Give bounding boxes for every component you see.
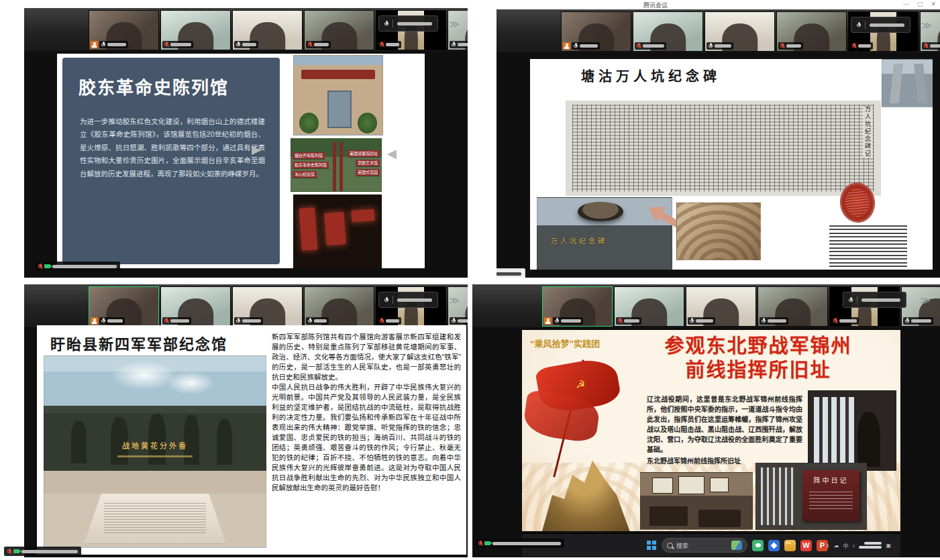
tray-cloud-icon[interactable]: ☁ — [833, 543, 839, 549]
shared-slide-tanggu: 塘沽万人坑纪念碑 万人坑纪念碑记 万人坑纪念碑 — [530, 59, 933, 270]
screen-share-status — [35, 262, 120, 271]
mic-muted-icon — [380, 42, 384, 48]
participant-label — [91, 317, 125, 325]
participant-name-blur — [107, 319, 123, 323]
meeting-screenshot-bottom-left: ≫ 盱眙县新四军军部纪念馆 战地黄花分外香 新四军军部陈列馆共有四个展馆向游客展… — [24, 284, 468, 557]
participant-label — [850, 42, 873, 50]
participant-video-tile[interactable] — [304, 286, 374, 327]
speaker-name-blur — [861, 298, 900, 302]
collapse-strip-icon[interactable]: ≫ — [449, 295, 460, 305]
participant-video-tile[interactable] — [776, 11, 847, 52]
mic-icon — [905, 318, 909, 324]
mic-icon — [101, 318, 105, 324]
body-paragraph: 辽沈战役期间，这里曾是东北野战军锦州前线指挥所，他们按照中央军委的指示，一道道战… — [647, 396, 802, 453]
sign-label: 冰心纪念馆 — [293, 171, 317, 178]
collapse-strip-icon[interactable]: ≫ — [920, 295, 931, 305]
party-emblem-icon: ☭ — [576, 378, 585, 391]
participant-video-tile[interactable] — [448, 10, 468, 50]
slide-title: 参观东北野战军锦州 前线指挥所旧址 — [623, 334, 894, 382]
participant-label — [234, 41, 258, 48]
soldiers-statue — [534, 451, 635, 531]
participant-video-tile[interactable] — [542, 286, 613, 327]
photos-app-icon[interactable] — [768, 540, 780, 551]
participant-name-pill — [831, 317, 859, 325]
video-strip: ≫ — [472, 284, 940, 327]
close-button[interactable]: ✕ — [931, 1, 936, 7]
window-title: 腾讯会议 — [643, 1, 668, 9]
gold-inscription: 万人坑纪念碑 — [551, 235, 607, 245]
participant-video-tile[interactable] — [232, 286, 303, 327]
participant-video-tile[interactable] — [901, 286, 940, 327]
participant-video-tile[interactable] — [686, 286, 756, 327]
participant-label — [450, 317, 468, 325]
file-explorer-icon[interactable] — [784, 540, 796, 551]
participant-name-pill — [922, 42, 940, 50]
search-highlight-thumbnail — [731, 541, 742, 550]
speaking-indicator — [843, 292, 906, 308]
meeting-screenshot-top-left: ≫ 胶东革命史陈列馆 为进一步推动胶东红色文化建设，利用烟台山上的德式楼建立《胶… — [24, 8, 468, 278]
taskbar-search[interactable]: 搜索 — [662, 538, 747, 553]
camera-icon — [44, 264, 50, 268]
exhibit-gold-caption: 战地黄花分外香 — [44, 440, 266, 451]
wps-icon[interactable]: W — [800, 540, 812, 551]
slide-body-text: 为进一步推动胶东红色文化建设，利用烟台山上的德式楼建立《胶东革命史陈列馆》，该馆… — [80, 115, 265, 180]
collapse-strip-icon[interactable]: ≫ — [449, 19, 460, 29]
photo-memorial-hall: 战地黄花分外香 — [44, 355, 266, 548]
participant-video-tile[interactable] — [448, 286, 468, 327]
mic-muted-icon — [637, 43, 641, 49]
taskbar-clock[interactable] — [859, 542, 882, 549]
participant-name-blur — [458, 319, 468, 323]
slide-title: 塘沽万人坑纪念碑 — [581, 66, 721, 85]
minimize-button[interactable]: — — [903, 1, 909, 7]
participant-name-pill — [850, 42, 873, 50]
participant-video-tile[interactable] — [89, 286, 159, 327]
participant-video-tile[interactable] — [614, 286, 684, 327]
start-button[interactable] — [647, 541, 657, 551]
participant-name-pill — [234, 317, 263, 325]
participant-label — [91, 41, 128, 48]
window-lattice — [761, 467, 794, 525]
tray-volume-icon[interactable]: ♪ — [852, 543, 855, 549]
participant-name-pill — [378, 41, 401, 48]
presenter-badge-icon — [91, 317, 98, 325]
participant-video-tile[interactable] — [920, 11, 940, 52]
carousel-next-icon: ▶ — [252, 142, 261, 157]
tray-ime-icon[interactable]: 中 — [843, 542, 848, 549]
camera-icon — [13, 549, 19, 553]
participant-name-blur — [930, 44, 940, 48]
photo-museum-building — [293, 55, 383, 135]
mic-muted-icon — [164, 318, 168, 324]
participant-video-tile[interactable] — [160, 286, 231, 327]
windows-taskbar: 搜索 W P ∧ ☁ 中 ♪ ▣ — [522, 533, 900, 557]
participant-video-tile[interactable] — [160, 10, 231, 50]
tray-chevron-icon[interactable]: ∧ — [826, 543, 830, 549]
collapse-strip-icon[interactable]: ≫ — [921, 20, 932, 30]
maximize-button[interactable]: ▢ — [917, 1, 923, 7]
share-status-text-blur — [492, 542, 561, 545]
participant-video-tile[interactable] — [758, 286, 828, 327]
notification-icon[interactable]: ▣ — [886, 543, 891, 549]
mic-muted-icon — [833, 318, 837, 324]
participant-name-blur — [839, 319, 857, 323]
participant-video-tile[interactable] — [89, 10, 159, 50]
mic-icon — [857, 22, 861, 28]
meeting-screenshot-bottom-right: ≫ “乘风拾梦”实践团 参观东北野战军锦州 前线指挥所旧址 ☭ 辽沈战役期间，这… — [472, 284, 940, 557]
participant-video-tile[interactable] — [304, 10, 374, 50]
mic-icon — [690, 318, 694, 324]
mic-icon — [709, 43, 713, 49]
participant-video-tile[interactable] — [633, 11, 703, 52]
participant-name-blur — [624, 319, 639, 323]
sign-label: 烟台开埠陈列馆 — [293, 152, 325, 159]
participant-video-tile[interactable] — [704, 11, 775, 52]
practice-team-label: “乘风拾梦”实践团 — [530, 337, 600, 349]
clock-time-blur — [864, 542, 882, 545]
speaking-indicator — [851, 17, 910, 33]
photo-monument-small — [882, 59, 933, 107]
wechat-icon[interactable] — [752, 540, 764, 551]
mic-icon — [308, 318, 312, 324]
slide-body-text: 辽沈战役期间，这里曾是东北野战军锦州前线指挥所，他们按照中央军委的指示，一道道战… — [647, 394, 802, 466]
participant-video-tile[interactable] — [561, 11, 631, 52]
participant-video-tile[interactable] — [232, 10, 303, 50]
participant-name-blur — [715, 44, 731, 48]
carousel-prev-icon: ◀ — [387, 146, 397, 161]
